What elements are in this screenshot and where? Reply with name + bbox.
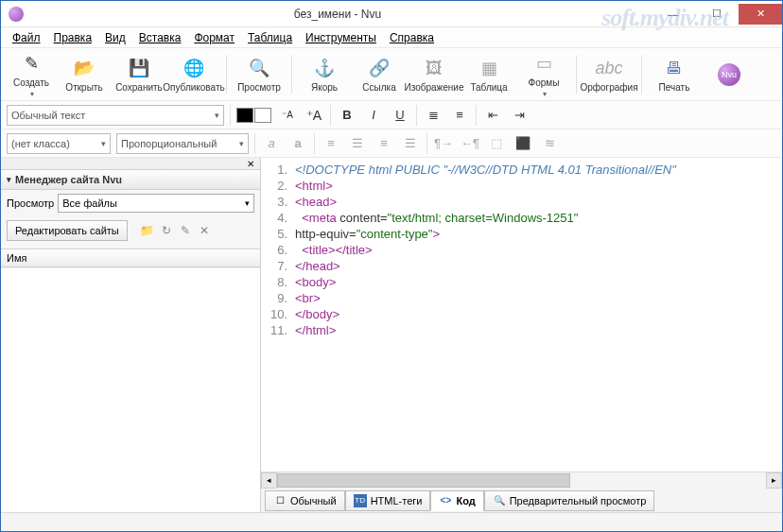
code-line: 9.<br> [261, 290, 782, 306]
color-picker[interactable] [236, 108, 271, 123]
publish-button[interactable]: 🌐Опубликовать [167, 54, 220, 94]
image-icon: 🖼 [421, 56, 447, 80]
font-smaller-button[interactable]: ⁻A [277, 105, 298, 126]
paragraph-style-combo[interactable]: Обычный текст [7, 105, 224, 126]
app-window: без_имени - Nvu — ☐ ✕ soft.mydiv.net Фай… [0, 0, 783, 532]
code-editor[interactable]: 1.<!DOCTYPE html PUBLIC "-//W3C//DTD HTM… [261, 158, 782, 472]
menu-table[interactable]: Таблица [242, 29, 298, 46]
forms-button[interactable]: ▭Формы▾ [517, 49, 570, 100]
menu-view[interactable]: Вид [99, 29, 131, 46]
link-icon: 🔗 [366, 56, 392, 80]
code-line: 2.<html> [261, 178, 782, 194]
align-right-button[interactable]: ≡ [374, 133, 394, 154]
sidebar: ✕ Менеджер сайта Nvu Просмотр Все файлы … [1, 158, 261, 512]
titlebar: без_имени - Nvu — ☐ ✕ [1, 1, 782, 27]
misc-button[interactable]: ≋ [539, 133, 560, 154]
form-icon: ▭ [531, 51, 557, 76]
code-line: 4. <meta content="text/html; charset=Win… [261, 210, 782, 226]
view-label: Просмотр [7, 197, 54, 209]
rename-icon[interactable]: ✎ [177, 222, 194, 239]
window-title: без_имени - Nvu [24, 8, 652, 21]
bg-color-swatch[interactable] [254, 108, 271, 123]
menu-tools[interactable]: Инструменты [300, 29, 382, 46]
nvu-logo-icon: Nvu [716, 62, 742, 87]
app-icon [9, 7, 24, 22]
sidebar-header[interactable]: Менеджер сайта Nvu [1, 169, 260, 190]
scroll-right-icon[interactable]: ▸ [766, 472, 782, 489]
format-toolbar: Обычный текст ⁻A ⁺A B I U ≣ ≡ ⇤ ⇥ [1, 101, 782, 129]
tab-normal[interactable]: ☐Обычный [265, 490, 345, 511]
anchor-icon: ⚓ [311, 56, 338, 80]
delete-icon[interactable]: ✕ [196, 222, 213, 239]
scroll-thumb[interactable] [277, 473, 570, 488]
link-button[interactable]: 🔗Ссылка [353, 54, 406, 94]
close-button[interactable]: ✕ [739, 4, 782, 25]
globe-icon: 🌐 [181, 56, 207, 80]
page-icon: ☐ [273, 494, 287, 507]
spell-icon: abc [596, 56, 622, 80]
body-area: ✕ Менеджер сайта Nvu Просмотр Все файлы … [1, 158, 782, 512]
save-button[interactable]: 💾Сохранить [113, 54, 165, 94]
code-line: 6. <title></title> [261, 242, 782, 258]
view-combo[interactable]: Все файлы [58, 194, 254, 213]
menu-help[interactable]: Справка [384, 29, 440, 46]
view-tabs: ☐Обычный TDHTML-теги <>Код 🔍Предваритель… [261, 488, 782, 512]
table-icon: ▦ [476, 56, 502, 80]
menu-file[interactable]: Файл [7, 29, 46, 46]
layer2-button[interactable]: ⬛ [513, 133, 533, 154]
bullet-list-button[interactable]: ≣ [423, 105, 444, 126]
print-button[interactable]: 🖶Печать [648, 54, 701, 94]
anchor-button[interactable]: ⚓Якорь [298, 54, 351, 94]
code-line: 3.<head> [261, 194, 782, 210]
align-left-button[interactable]: ≡ [321, 133, 341, 154]
minimize-button[interactable]: — [652, 4, 695, 25]
code-line: 5.http-equiv="content-type"> [261, 226, 782, 242]
folder-icon: 📂 [71, 56, 97, 80]
indent-button[interactable]: ⇥ [509, 105, 530, 126]
underline-button[interactable]: U [390, 105, 410, 126]
italic-button[interactable]: I [363, 105, 384, 126]
open-button[interactable]: 📂Открыть [58, 54, 111, 94]
class-combo[interactable]: (нет класса) [7, 133, 111, 154]
bold-button[interactable]: B [337, 105, 357, 126]
nvu-button[interactable]: Nvu [703, 60, 756, 89]
em-button[interactable]: a [261, 133, 282, 154]
font-family-combo[interactable]: Пропорциональный [116, 133, 249, 154]
dir-rtl-button[interactable]: ←¶ [460, 133, 480, 154]
create-button[interactable]: ✎Создать▾ [7, 49, 56, 100]
menu-insert[interactable]: Вставка [133, 29, 187, 46]
printer-icon: 🖶 [661, 56, 687, 80]
code-line: 1.<!DOCTYPE html PUBLIC "-//W3C//DTD HTM… [261, 162, 782, 178]
file-list[interactable] [1, 267, 260, 512]
align-center-button[interactable]: ☰ [347, 133, 368, 154]
fg-color-swatch[interactable] [236, 108, 253, 123]
align-justify-button[interactable]: ☰ [400, 133, 421, 154]
number-list-button[interactable]: ≡ [449, 105, 470, 126]
font-bigger-button[interactable]: ⁺A [304, 105, 324, 126]
refresh-icon[interactable]: ↻ [158, 222, 175, 239]
code-line: 11.</html> [261, 322, 782, 338]
editor: 1.<!DOCTYPE html PUBLIC "-//W3C//DTD HTM… [261, 158, 782, 512]
new-folder-icon[interactable]: 📁 [139, 222, 156, 239]
tab-html-tags[interactable]: TDHTML-теги [345, 490, 431, 511]
strong-button[interactable]: a [287, 133, 308, 154]
preview-button[interactable]: 🔍Просмотр [233, 54, 286, 94]
list-header[interactable]: Имя [1, 249, 260, 267]
edit-sites-button[interactable]: Редактировать сайты [7, 220, 128, 241]
menu-edit[interactable]: Правка [48, 29, 98, 46]
maximize-button[interactable]: ☐ [695, 4, 739, 25]
main-toolbar: ✎Создать▾ 📂Открыть 💾Сохранить 🌐Опубликов… [1, 48, 782, 101]
tab-code[interactable]: <>Код [430, 490, 483, 511]
spell-button[interactable]: abcОрфография [583, 54, 635, 94]
table-button[interactable]: ▦Таблица [462, 54, 515, 94]
outdent-button[interactable]: ⇤ [482, 105, 503, 126]
image-button[interactable]: 🖼Изображение [408, 54, 461, 94]
layer-button[interactable]: ⬚ [486, 133, 507, 154]
sidebar-close-icon[interactable]: ✕ [245, 158, 256, 169]
tab-preview[interactable]: 🔍Предварительный просмотр [484, 490, 655, 511]
dir-ltr-button[interactable]: ¶→ [433, 133, 454, 154]
h-scrollbar[interactable]: ◂ ▸ [261, 472, 782, 488]
scroll-left-icon[interactable]: ◂ [261, 472, 277, 489]
code-icon: <> [439, 494, 452, 507]
menu-format[interactable]: Формат [188, 29, 240, 46]
